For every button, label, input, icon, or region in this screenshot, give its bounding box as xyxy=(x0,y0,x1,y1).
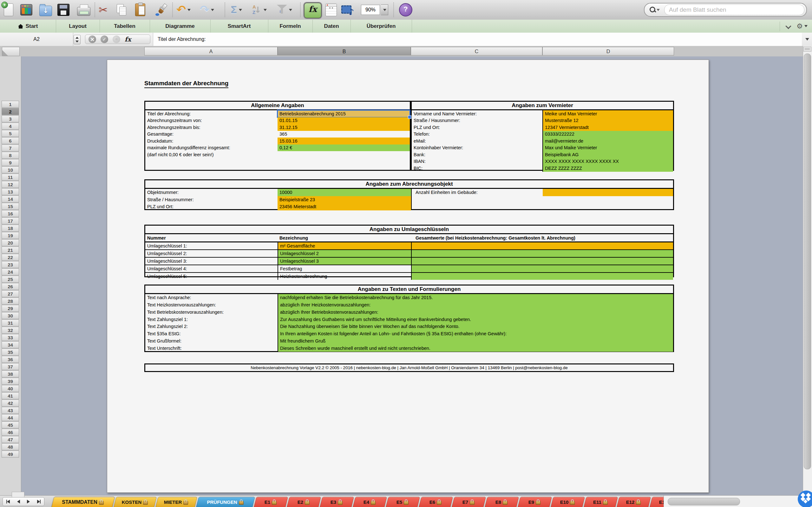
cell-label[interactable]: Vorname und Name Vermieter: xyxy=(412,110,542,117)
tab-smartart[interactable]: SmartArt xyxy=(210,20,268,33)
cell-value[interactable] xyxy=(411,250,673,257)
row-header-30[interactable]: 30 xyxy=(2,312,19,319)
column-header-D[interactable]: D xyxy=(542,47,674,55)
cell-value[interactable]: Mit freundlichem Gruß xyxy=(277,337,673,345)
cell-value[interactable] xyxy=(411,273,673,280)
zoom-dropdown-button[interactable] xyxy=(381,4,388,15)
cell-label[interactable]: Umlageschlüssel 1: xyxy=(145,242,277,249)
cell-label[interactable]: Text Grußformel: xyxy=(145,337,277,345)
row-header-46[interactable]: 46 xyxy=(2,429,19,436)
split-handle[interactable] xyxy=(803,47,811,52)
cell-label[interactable]: Titel der Abrechnung: xyxy=(145,110,277,117)
sheet-tab-label[interactable]: PRÜFUNGEN xyxy=(197,497,253,507)
cell-value[interactable]: abzüglich Ihrer Heizkostenvorauszahlunge… xyxy=(277,301,673,308)
cell-value[interactable]: 10000 xyxy=(277,189,411,196)
row-header-14[interactable]: 14 xyxy=(2,195,19,203)
row-header-21[interactable]: 21 xyxy=(2,246,19,253)
row-header-32[interactable]: 32 xyxy=(2,327,19,334)
cell-value[interactable]: Beispielstraße 23 xyxy=(277,196,411,204)
cell-label[interactable]: Text Unterschrift: xyxy=(145,345,277,352)
row-header-39[interactable]: 39 xyxy=(2,378,19,385)
row-header-17[interactable]: 17 xyxy=(2,217,19,224)
cell-value[interactable]: 01.01.15 xyxy=(277,117,410,124)
row-header-13[interactable]: 13 xyxy=(2,188,19,195)
dropbox-icon[interactable] xyxy=(798,491,812,507)
cell-label[interactable]: Objektnummer: xyxy=(145,189,277,196)
row-header-35[interactable]: 35 xyxy=(2,349,19,355)
tab-ueberpruefen[interactable]: Überprüfen xyxy=(351,20,412,33)
footer-cell[interactable]: Nebenkostenabrechnung Vorlage V2.2 © 200… xyxy=(144,363,674,372)
filter-button[interactable]: = xyxy=(276,2,292,18)
cell-value[interactable]: 12347 Vermieterstadt xyxy=(542,124,673,131)
column-header-B[interactable]: B xyxy=(277,47,411,55)
cell-value[interactable]: 365 xyxy=(277,131,410,138)
cancel-icon[interactable] xyxy=(89,36,96,43)
row-header-45[interactable]: 45 xyxy=(2,421,19,429)
row-header-15[interactable]: 15 xyxy=(2,203,19,210)
cell-label[interactable]: Abrechnungszeitraum bis: xyxy=(145,124,277,131)
vertical-scroll-thumb[interactable] xyxy=(804,54,811,469)
row-header-31[interactable]: 31 xyxy=(2,320,19,326)
row-header-10[interactable]: 10 xyxy=(2,166,19,173)
show-gallery-button[interactable] xyxy=(20,2,32,18)
zoom-value[interactable]: 90% xyxy=(361,5,380,15)
cell-value[interactable]: m² Gesamtfläche xyxy=(277,242,411,249)
cell-value[interactable] xyxy=(543,189,673,196)
cell-label[interactable]: Text nach Ansprache: xyxy=(145,294,277,301)
row-header-29[interactable]: 29 xyxy=(2,305,19,312)
row-header-34[interactable]: 34 xyxy=(2,341,19,348)
cell-label[interactable]: Kontoinhaber Vermieter: xyxy=(412,145,542,152)
name-box[interactable]: A2 xyxy=(0,33,73,46)
cell-value[interactable]: Die Nachzahlung überweisen Sie bitte bin… xyxy=(277,323,673,330)
collapse-ribbon-chevron-icon[interactable] xyxy=(786,24,791,29)
cell-value[interactable] xyxy=(411,258,673,265)
row-header-12[interactable]: 12 xyxy=(2,181,19,188)
cell-value[interactable]: Umlageschlüssel 2 xyxy=(277,250,411,257)
row-header-40[interactable]: 40 xyxy=(2,385,19,392)
sheet-tab-label[interactable]: E1 xyxy=(255,497,286,507)
sheet-tab-label[interactable]: E3 xyxy=(321,497,352,507)
cell-value[interactable]: DEZZ ZZZZ ZZZZ xyxy=(542,165,673,172)
cell-label[interactable]: Druckdatum: xyxy=(145,137,277,145)
cell-label[interactable]: Anzahl Einheiten im Gebäude: xyxy=(414,189,542,196)
cell-value[interactable]: 03333/222222 xyxy=(542,131,673,138)
column-header-A[interactable]: A xyxy=(144,47,277,55)
sheet-tab-navigation[interactable] xyxy=(3,497,44,506)
row-header-16[interactable]: 16 xyxy=(2,210,19,217)
cell-value[interactable]: Umlageschlüssel 3 xyxy=(277,258,411,265)
cell-value[interactable]: Musterstraße 12 xyxy=(542,117,673,124)
tab-start[interactable]: Start xyxy=(0,20,56,33)
zoom-control[interactable]: 90% xyxy=(361,2,388,18)
row-header-27[interactable]: 27 xyxy=(2,290,19,297)
cut-button[interactable] xyxy=(99,2,108,18)
row-header-43[interactable]: 43 xyxy=(2,407,19,414)
sheet-tab-label[interactable]: MIETER xyxy=(157,497,195,507)
cell-label[interactable]: (darf nicht 0,00 € oder leer sein!) xyxy=(145,151,277,158)
sheet-tab-label[interactable]: E4 xyxy=(354,497,385,507)
cell-label[interactable]: Text §35a EStG: xyxy=(145,330,277,337)
cell-value[interactable]: 31.12.15 xyxy=(277,124,410,131)
cell-value[interactable]: 23456 Mieterstadt xyxy=(277,203,411,210)
search-scope-caret[interactable] xyxy=(657,9,660,11)
sheet-tab-label[interactable]: E8 xyxy=(486,497,517,507)
cell-value[interactable] xyxy=(277,151,410,158)
row-header-24[interactable]: 24 xyxy=(2,268,19,275)
row-header-23[interactable]: 23 xyxy=(2,261,19,268)
toolbox-button[interactable] xyxy=(325,2,337,18)
cell-label[interactable]: Text Zahlungsziel 1: xyxy=(145,316,277,323)
paste-button[interactable] xyxy=(135,2,145,18)
sheet-tab-label[interactable]: E9 xyxy=(519,497,550,507)
cell-label[interactable]: Umlageschlüssel 2: xyxy=(145,250,277,257)
row-header-28[interactable]: 28 xyxy=(2,297,19,304)
row-header-11[interactable]: 11 xyxy=(2,174,19,181)
row-header-36[interactable]: 36 xyxy=(2,356,19,363)
cell-value[interactable]: nachfolgend erhalten Sie die Betriebskos… xyxy=(277,294,673,301)
first-sheet-button[interactable] xyxy=(6,500,10,504)
row-header-8[interactable]: 8 xyxy=(2,152,19,159)
help-button[interactable] xyxy=(399,2,412,18)
column-header-C[interactable]: C xyxy=(411,47,542,55)
row-header-5[interactable]: 5 xyxy=(2,130,19,137)
cell-label[interactable]: PLZ und Ort: xyxy=(412,124,542,131)
row-header-6[interactable]: 6 xyxy=(2,137,19,144)
expand-formula-bar-icon[interactable] xyxy=(804,36,811,43)
